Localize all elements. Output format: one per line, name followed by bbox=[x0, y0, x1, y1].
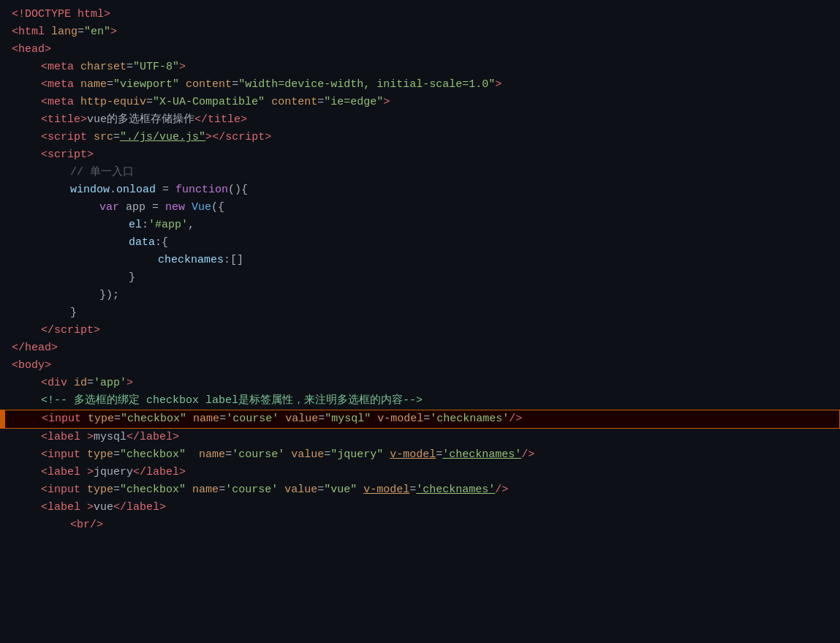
token: > bbox=[80, 464, 94, 481]
token: "./js/vue.js" bbox=[120, 129, 205, 146]
code-line-9: <script> bbox=[0, 146, 840, 164]
token: meta bbox=[48, 76, 74, 94]
token bbox=[186, 481, 192, 499]
token: , bbox=[188, 217, 194, 234]
token: window bbox=[70, 181, 110, 199]
token: = bbox=[87, 375, 94, 392]
token: title bbox=[48, 111, 80, 129]
token: = bbox=[409, 481, 416, 499]
token: = bbox=[219, 481, 225, 499]
token: content bbox=[186, 76, 232, 94]
code-editor: <!DOCTYPE html><html lang="en"><head> <m… bbox=[0, 0, 840, 643]
token bbox=[186, 410, 193, 428]
code-line-2: <html lang="en"> bbox=[0, 23, 840, 41]
token: </ bbox=[212, 129, 225, 146]
token: label bbox=[48, 429, 80, 446]
token: mysql bbox=[94, 429, 126, 446]
token: = bbox=[317, 481, 324, 499]
token: > bbox=[45, 357, 51, 375]
token: "jquery" bbox=[330, 446, 383, 464]
token: < bbox=[12, 23, 18, 41]
token: < bbox=[41, 429, 48, 446]
code-line-21: </head> bbox=[0, 339, 840, 357]
token: = bbox=[232, 76, 238, 94]
code-line-26: <label >mysql</label> bbox=[0, 429, 840, 446]
token bbox=[383, 446, 390, 464]
token bbox=[279, 410, 285, 428]
token: input bbox=[48, 481, 80, 499]
code-line-1: <!DOCTYPE html> bbox=[0, 6, 840, 23]
token: /> bbox=[495, 481, 508, 499]
token: = bbox=[324, 446, 330, 464]
token: v-model bbox=[390, 446, 436, 464]
token: :[] bbox=[224, 252, 243, 269]
token: = bbox=[113, 446, 120, 464]
token: type bbox=[87, 481, 113, 499]
token: "vue" bbox=[324, 481, 357, 499]
token bbox=[67, 375, 74, 392]
token: vue的多选框存储操作 bbox=[87, 111, 194, 129]
token: onload bbox=[116, 181, 156, 199]
code-line-14: data:{ bbox=[0, 234, 840, 252]
token: < bbox=[41, 481, 48, 499]
token bbox=[74, 59, 80, 76]
code-line-23: <div id='app'> bbox=[0, 375, 840, 392]
token: --> bbox=[403, 392, 423, 410]
token: > bbox=[87, 146, 94, 164]
token: < bbox=[12, 357, 18, 375]
token: } bbox=[70, 304, 77, 322]
token: body bbox=[18, 357, 45, 375]
token: = bbox=[113, 481, 120, 499]
token: 'checknames' bbox=[442, 446, 521, 464]
token: name bbox=[80, 76, 107, 94]
token: > bbox=[173, 429, 179, 446]
token: 多选框的绑定 checkbox label是标签属性，来注明多选框的内容 bbox=[74, 392, 403, 410]
token: label bbox=[48, 499, 80, 516]
token: label bbox=[140, 429, 173, 446]
code-line-27: <input type="checkbox" name='course' val… bbox=[0, 446, 840, 464]
token: app = bbox=[119, 199, 165, 217]
token: name bbox=[193, 410, 219, 428]
token: < bbox=[41, 111, 48, 129]
token: "UTF-8" bbox=[133, 59, 179, 76]
token: label bbox=[126, 499, 159, 516]
token: input bbox=[48, 446, 80, 464]
token: title bbox=[208, 111, 241, 129]
token: script bbox=[54, 322, 94, 339]
token bbox=[179, 76, 186, 94]
token: > bbox=[241, 111, 247, 129]
token bbox=[185, 199, 192, 217]
code-line-25: <input type="checkbox" name='course' val… bbox=[0, 410, 840, 429]
token: Vue bbox=[192, 199, 211, 217]
code-line-30: <label >vue</label> bbox=[0, 499, 840, 516]
token: html bbox=[18, 23, 45, 41]
token: > bbox=[45, 41, 51, 59]
token: > bbox=[51, 339, 58, 357]
token: = bbox=[219, 410, 226, 428]
token bbox=[80, 481, 87, 499]
code-line-12: var app = new Vue({ bbox=[0, 199, 840, 217]
token: "width=device-width, initial-scale=1.0" bbox=[238, 76, 495, 94]
token: new bbox=[165, 199, 185, 217]
token: charset bbox=[80, 59, 126, 76]
token: /> bbox=[521, 446, 534, 464]
token: > bbox=[94, 322, 100, 339]
token: ({ bbox=[211, 199, 224, 217]
token: > bbox=[126, 375, 133, 392]
code-line-24: <!-- 多选框的绑定 checkbox label是标签属性，来注明多选框的内… bbox=[0, 392, 840, 410]
code-line-5: <meta name="viewport" content="width=dev… bbox=[0, 76, 840, 94]
token: . bbox=[110, 181, 116, 199]
code-line-6: <meta http-equiv="X-UA-Compatible" conte… bbox=[0, 94, 840, 111]
token: meta bbox=[48, 94, 74, 111]
code-line-18: } bbox=[0, 304, 840, 322]
token: "ie=edge" bbox=[324, 94, 383, 111]
token bbox=[81, 410, 88, 428]
token: </ bbox=[126, 429, 140, 446]
token: <!DOCTYPE html> bbox=[12, 6, 110, 23]
token: jquery bbox=[94, 464, 133, 481]
token: '#app' bbox=[148, 217, 188, 234]
token: > bbox=[265, 129, 271, 146]
token bbox=[186, 446, 199, 464]
token: > bbox=[80, 429, 94, 446]
token: div bbox=[48, 375, 67, 392]
